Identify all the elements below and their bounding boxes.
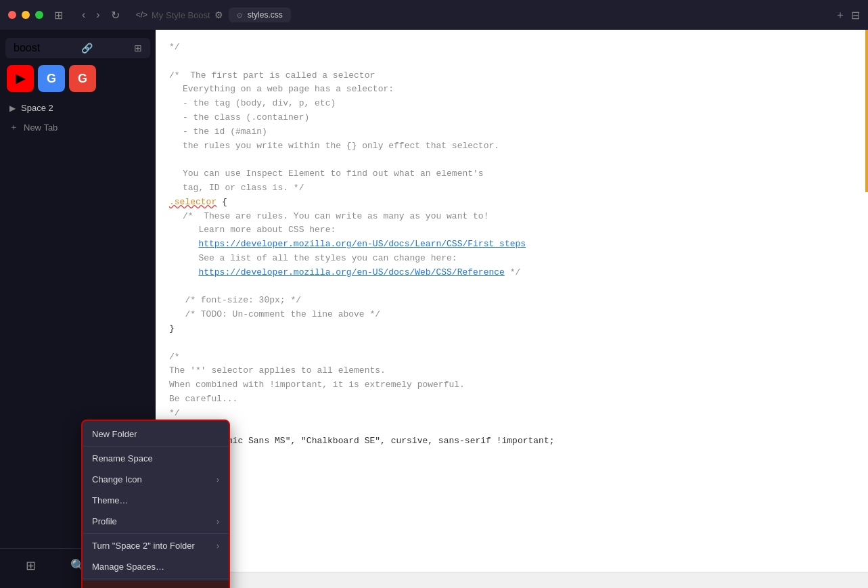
space-name-label: Space 2 — [21, 103, 53, 113]
minimize-button[interactable] — [22, 11, 30, 19]
code-line: the rules you write within the {} only e… — [169, 139, 854, 154]
context-menu-turn-to-folder[interactable]: Turn "Space 2" into Folder › — [83, 535, 229, 556]
code-line — [169, 449, 854, 463]
forward-button[interactable]: › — [93, 7, 102, 22]
arrow-right-icon: › — [216, 475, 219, 484]
change-icon-label: Change Icon — [92, 474, 142, 484]
context-menu-profile[interactable]: Profile › — [83, 511, 229, 532]
code-line: The '*' selector applies to all elements… — [169, 364, 854, 378]
new-folder-label: New Folder — [92, 429, 137, 439]
code-line: Learn more about CSS here: — [169, 223, 854, 238]
code-line: You can use Inspect Element to find out … — [169, 167, 854, 181]
menu-separator-3 — [83, 579, 229, 579]
space-tabs: ▶ G G — [0, 61, 156, 96]
context-menu: New Folder Rename Space Change Icon › Th… — [81, 420, 230, 588]
space-section: ▶ Space 2 ＋ New Tab — [0, 96, 156, 140]
context-menu-theme[interactable]: Theme… — [83, 490, 229, 511]
code-line: /* The first part is called a selector — [169, 69, 854, 83]
code-line — [169, 55, 854, 69]
code-line: } — [169, 322, 854, 336]
traffic-lights — [8, 11, 43, 19]
code-line: https://developer.mozilla.org/en-US/docs… — [169, 266, 854, 280]
grid-icon[interactable]: ⊞ — [134, 43, 142, 53]
nav-buttons: ‹ › ↻ — [79, 7, 122, 23]
tab-bar: </> My Style Boost ⚙ ⊙ styles.css — [136, 7, 827, 22]
google-tab-2[interactable]: G — [69, 65, 96, 92]
arrow-right-icon-folder: › — [216, 541, 219, 551]
context-menu-new-folder[interactable]: New Folder — [83, 424, 229, 445]
arrow-right-icon-profile: › — [216, 517, 219, 526]
code-line — [169, 336, 854, 350]
sidebar-search[interactable]: boost 🔗 ⊞ — [5, 38, 150, 58]
new-tab-button[interactable]: ＋ New Tab — [0, 117, 156, 137]
code-editor[interactable]: */ /* The first part is called a selecto… — [156, 30, 868, 572]
font-family-line: family: "Comic Sans MS", "Chalkboard SE"… — [169, 434, 854, 449]
code-line — [169, 421, 854, 435]
code-line: See a list of all the styles you can cha… — [169, 252, 854, 266]
code-line: When combined with !important, it is ext… — [169, 378, 854, 392]
console-bar: console — [156, 572, 868, 588]
tab-filename: styles.css — [248, 10, 283, 20]
manage-spaces-label: Manage Spaces… — [92, 562, 164, 572]
rename-space-label: Rename Space — [92, 453, 153, 463]
space-2-header[interactable]: ▶ Space 2 — [0, 99, 156, 117]
editor-area: */ /* The first part is called a selecto… — [156, 30, 868, 588]
new-tab-label: New Tab — [24, 122, 58, 133]
selector-line: .selector { — [169, 196, 854, 210]
file-tab[interactable]: ⊙ styles.css — [229, 7, 291, 22]
extensions-button[interactable]: ⊞ — [22, 554, 40, 577]
breadcrumb-title: My Style Boost — [152, 10, 210, 20]
file-icon: ⊙ — [237, 12, 242, 19]
code-icon: </> — [136, 10, 147, 20]
youtube-tab[interactable]: ▶ — [7, 65, 34, 92]
google-tab-1[interactable]: G — [38, 65, 65, 92]
code-line: */ — [169, 407, 854, 421]
code-line: /* — [169, 350, 854, 365]
titlebar-actions: ＋ ⊟ — [835, 8, 860, 22]
code-line: - the id (#main) — [169, 125, 854, 139]
code-line: /* TODO: Un-comment the line above */ — [169, 308, 854, 322]
code-line: Everything on a web page has a selector: — [169, 83, 854, 97]
menu-separator-2 — [83, 533, 229, 534]
context-menu-change-icon[interactable]: Change Icon › — [83, 469, 229, 490]
code-line: tag, ID or class is. */ — [169, 181, 854, 196]
sidebar-toggle-button[interactable]: ⊞ — [51, 7, 66, 23]
theme-label: Theme… — [92, 495, 128, 505]
turn-to-folder-label: Turn "Space 2" into Folder — [92, 541, 195, 551]
code-line: */ — [169, 41, 854, 55]
context-menu-delete-space[interactable]: Delete Space — [83, 581, 229, 588]
code-line — [169, 153, 854, 167]
code-line — [169, 280, 854, 294]
maximize-button[interactable] — [35, 11, 43, 19]
context-menu-manage-spaces[interactable]: Manage Spaces… — [83, 556, 229, 577]
reload-button[interactable]: ↻ — [108, 7, 122, 23]
code-line: /* font-size: 30px; */ — [169, 294, 854, 308]
search-text: boost — [14, 42, 40, 54]
space-collapse-icon: ▶ — [9, 104, 16, 113]
code-line: - the class (.container) — [169, 111, 854, 125]
breadcrumb-path: </> My Style Boost ⚙ — [136, 9, 223, 20]
code-line: /* These are rules. You can write as man… — [169, 210, 854, 224]
titlebar: ⊞ ‹ › ↻ </> My Style Boost ⚙ ⊙ styles.cs… — [0, 0, 868, 30]
scrollbar-accent — [865, 30, 868, 572]
plus-icon: ＋ — [9, 121, 18, 133]
settings-gear-icon[interactable]: ⚙ — [214, 9, 223, 20]
code-line: Be careful... — [169, 392, 854, 407]
back-button[interactable]: ‹ — [79, 7, 88, 22]
close-button[interactable] — [8, 11, 16, 19]
context-menu-rename-space[interactable]: Rename Space — [83, 448, 229, 469]
split-view-button[interactable]: ⊟ — [851, 9, 860, 22]
code-line: https://developer.mozilla.org/en-US/docs… — [169, 238, 854, 252]
new-tab-icon-button[interactable]: ＋ — [835, 8, 846, 22]
link-icon[interactable]: 🔗 — [81, 43, 93, 53]
code-line: - the tag (body, div, p, etc) — [169, 97, 854, 111]
profile-label: Profile — [92, 516, 117, 526]
menu-separator — [83, 446, 229, 447]
